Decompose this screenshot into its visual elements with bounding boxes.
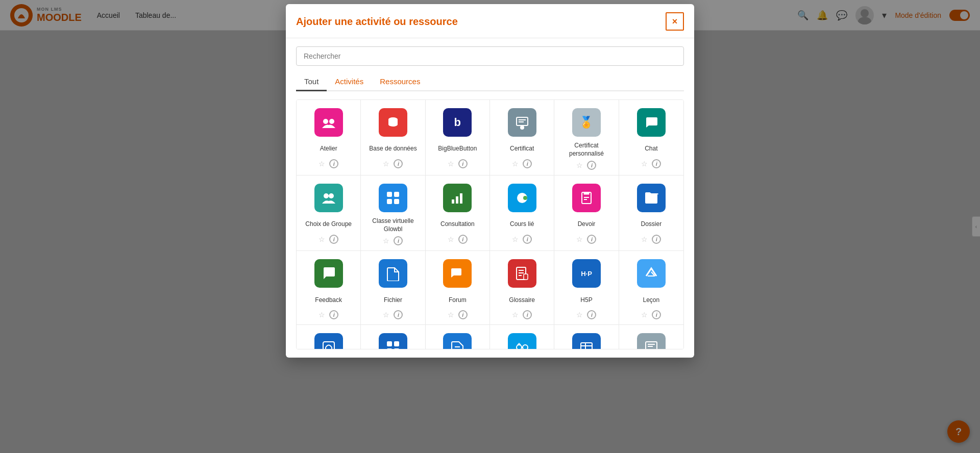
classe-virtuelle-star[interactable]: ☆ — [383, 237, 389, 245]
feedback-info[interactable]: i — [329, 310, 338, 319]
atelier-info[interactable]: i — [329, 159, 338, 168]
bigbluebutton-info[interactable]: i — [458, 159, 468, 168]
item-choix-groupe[interactable]: Choix de Groupe ☆ i — [297, 175, 361, 251]
item-row4-6[interactable]: ☆ i — [619, 325, 683, 349]
dossier-icon — [637, 184, 666, 212]
svg-rect-19 — [460, 193, 462, 204]
certificat-perso-star[interactable]: ☆ — [576, 161, 583, 169]
dossier-star[interactable]: ☆ — [641, 235, 648, 243]
glossaire-actions: ☆ i — [512, 310, 532, 319]
chat-icon-box — [637, 108, 666, 137]
fichier-label: Fichier — [384, 293, 402, 307]
cours-lie-actions: ☆ i — [512, 235, 532, 244]
item-certificat[interactable]: Certificat ☆ i — [490, 100, 554, 175]
svg-point-11 — [324, 193, 329, 198]
svg-point-42 — [523, 345, 528, 349]
item-row4-2[interactable]: ☆ i — [361, 325, 425, 349]
item-lecon[interactable]: Leçon ☆ i — [619, 251, 683, 325]
h5p-info[interactable]: i — [587, 310, 596, 319]
item-atelier[interactable]: Atelier ☆ i — [297, 100, 361, 175]
forum-star[interactable]: ☆ — [448, 311, 454, 319]
dossier-info[interactable]: i — [652, 235, 661, 244]
svg-rect-36 — [394, 341, 399, 346]
classe-virtuelle-actions: ☆ i — [383, 236, 403, 245]
svg-rect-16 — [394, 199, 399, 204]
certificat-perso-info[interactable]: i — [587, 161, 596, 170]
item-forum[interactable]: Forum ☆ i — [426, 251, 490, 325]
modal-body: Tout Activités Ressources Atelier ☆ i — [286, 38, 694, 358]
glossaire-info[interactable]: i — [523, 310, 532, 319]
add-activity-modal: Ajouter une activité ou ressource × Tout… — [286, 4, 694, 358]
item-devoir[interactable]: Devoir ☆ i — [554, 175, 619, 251]
base-donnees-star[interactable]: ☆ — [383, 160, 389, 168]
svg-rect-13 — [387, 192, 392, 197]
forum-actions: ☆ i — [448, 310, 468, 319]
item-classe-virtuelle[interactable]: Classe virtuelle Glowbl ☆ i — [361, 175, 425, 251]
row4-3-icon — [443, 333, 472, 349]
cours-lie-star[interactable]: ☆ — [512, 235, 519, 243]
atelier-star[interactable]: ☆ — [318, 160, 325, 168]
item-bigbluebutton[interactable]: b BigBlueButton ☆ i — [426, 100, 490, 175]
lecon-label: Leçon — [643, 293, 659, 307]
atelier-label: Atelier — [320, 142, 337, 156]
close-modal-button[interactable]: × — [666, 12, 684, 31]
consultation-info[interactable]: i — [458, 235, 468, 244]
fichier-info[interactable]: i — [394, 310, 403, 319]
item-glossaire[interactable]: Glossaire ☆ i — [490, 251, 554, 325]
item-feedback[interactable]: Feedback ☆ i — [297, 251, 361, 325]
chat-star[interactable]: ☆ — [641, 160, 648, 168]
forum-info[interactable]: i — [458, 310, 468, 319]
chat-info[interactable]: i — [652, 159, 661, 168]
lecon-actions: ☆ i — [641, 310, 661, 319]
consultation-actions: ☆ i — [448, 235, 468, 244]
item-row4-4[interactable]: ☆ i — [490, 325, 554, 349]
item-row4-1[interactable]: ☆ i — [297, 325, 361, 349]
base-donnees-label: Base de données — [369, 142, 416, 156]
svg-rect-30 — [524, 274, 528, 280]
certificat-star[interactable]: ☆ — [512, 160, 519, 168]
tab-activites[interactable]: Activités — [327, 73, 372, 91]
tab-ressources[interactable]: Ressources — [372, 73, 428, 91]
svg-point-41 — [517, 345, 522, 349]
glossaire-star[interactable]: ☆ — [512, 311, 519, 319]
item-dossier[interactable]: Dossier ☆ i — [619, 175, 683, 251]
feedback-star[interactable]: ☆ — [318, 311, 325, 319]
item-row4-5[interactable]: ☆ i — [554, 325, 619, 349]
fichier-star[interactable]: ☆ — [383, 311, 389, 319]
choix-groupe-label: Choix de Groupe — [305, 217, 352, 232]
h5p-icon: H·P — [572, 259, 601, 288]
svg-rect-4 — [323, 119, 328, 124]
forum-icon — [443, 259, 472, 288]
bigbluebutton-label: BigBlueButton — [438, 142, 477, 156]
search-input[interactable] — [296, 46, 684, 66]
tab-tout[interactable]: Tout — [296, 73, 327, 91]
item-cours-lie[interactable]: Cours lié ☆ i — [490, 175, 554, 251]
lecon-info[interactable]: i — [652, 310, 661, 319]
choix-groupe-info[interactable]: i — [329, 235, 338, 244]
lecon-star[interactable]: ☆ — [641, 311, 648, 319]
item-chat[interactable]: Chat ☆ i — [619, 100, 683, 175]
svg-point-12 — [329, 193, 334, 198]
item-fichier[interactable]: Fichier ☆ i — [361, 251, 425, 325]
bigbluebutton-star[interactable]: ☆ — [448, 160, 454, 168]
item-consultation[interactable]: Consultation ☆ i — [426, 175, 490, 251]
item-base-donnees[interactable]: Base de données ☆ i — [361, 100, 425, 175]
row4-5-icon — [572, 333, 601, 349]
choix-groupe-star[interactable]: ☆ — [318, 235, 325, 243]
cours-lie-info[interactable]: i — [523, 235, 532, 244]
certificat-info[interactable]: i — [523, 159, 532, 168]
h5p-star[interactable]: ☆ — [576, 311, 583, 319]
item-h5p[interactable]: H·P H5P ☆ i — [554, 251, 619, 325]
classe-virtuelle-info[interactable]: i — [394, 236, 403, 245]
certificat-perso-label: Certificat personnalisé — [558, 142, 614, 158]
devoir-star[interactable]: ☆ — [576, 235, 583, 243]
devoir-info[interactable]: i — [587, 235, 596, 244]
base-donnees-info[interactable]: i — [394, 159, 403, 168]
modal-title: Ajouter une activité ou ressource — [296, 16, 458, 28]
cours-lie-label: Cours lié — [510, 217, 534, 232]
atelier-icon — [314, 108, 343, 137]
item-certificat-perso[interactable]: 🏅 Certificat personnalisé ☆ i — [554, 100, 619, 175]
certificat-perso-actions: ☆ i — [576, 161, 596, 170]
item-row4-3[interactable]: ☆ i — [426, 325, 490, 349]
consultation-star[interactable]: ☆ — [448, 235, 454, 243]
